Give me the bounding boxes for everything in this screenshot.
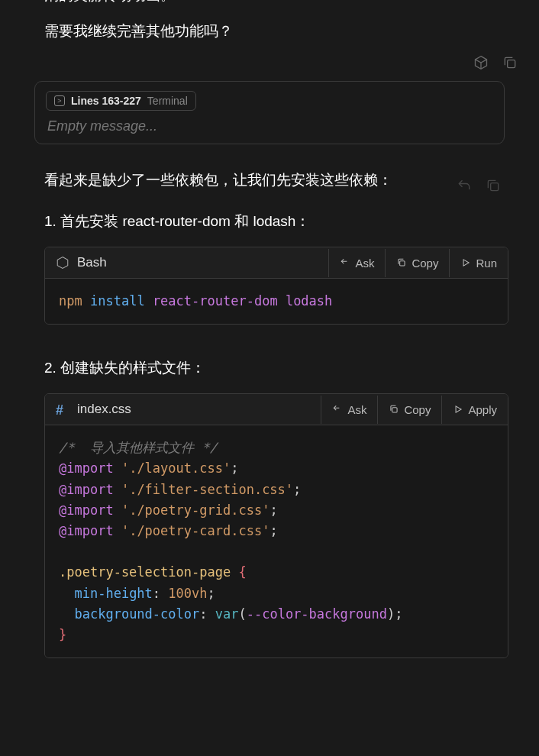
code-title: Bash [45,247,118,278]
svg-rect-3 [392,408,397,412]
code-actions: Ask Copy Run [328,249,508,277]
chip-source-label: Terminal [147,95,188,107]
response-intro: 看起来是缺少了一些依赖包，让我们先安装这些依赖： [44,169,392,192]
hash-icon: # [56,402,69,416]
cube-icon[interactable] [473,55,489,70]
code-title-label: index.css [77,402,131,417]
copy-button[interactable]: Copy [377,396,441,424]
code-block-bash: Bash Ask Copy Run npm install react-rout… [44,247,508,325]
terminal-chip-icon: > [54,95,65,106]
copy-icon[interactable] [486,178,501,193]
context-chip[interactable]: > Lines 163-227 Terminal [46,91,196,111]
bash-icon [56,256,69,270]
apply-button[interactable]: Apply [441,396,508,424]
response-actions [457,169,501,193]
code-title: # index.css [45,394,142,425]
code-header: Bash Ask Copy Run [45,247,508,279]
code-title-label: Bash [77,255,107,270]
code-body-css[interactable]: /* 导入其他样式文件 */ @import './layout.css'; @… [45,425,508,657]
code-block-css: # index.css Ask Copy Apply /* 导入其他样式文件 *… [44,393,508,658]
svg-rect-0 [508,60,515,68]
reply-icon[interactable] [457,178,472,193]
code-body-bash[interactable]: npm install react-router-dom lodash [45,279,508,324]
chip-lines-label: Lines 163-227 [71,95,141,107]
step-1-text: 1. 首先安装 react-router-dom 和 lodash： [15,212,524,231]
step-2-text: 2. 创建缺失的样式文件： [15,358,524,378]
ask-button[interactable]: Ask [328,249,385,277]
copy-icon[interactable] [502,55,518,70]
run-button[interactable]: Run [449,249,508,277]
svg-rect-1 [491,183,499,191]
svg-rect-2 [400,261,405,266]
message-input-box[interactable]: > Lines 163-227 Terminal Empty message..… [34,81,505,144]
message-actions [15,41,524,81]
copy-button[interactable]: Copy [385,249,449,277]
input-placeholder: Empty message... [47,118,493,134]
code-actions: Ask Copy Apply [321,396,508,424]
ask-button[interactable]: Ask [321,396,377,424]
code-header: # index.css Ask Copy Apply [45,394,508,425]
assistant-text-partial: 消的美丽转场动画。 [15,0,524,8]
assistant-question: 需要我继续完善其他功能吗？ [15,21,524,41]
